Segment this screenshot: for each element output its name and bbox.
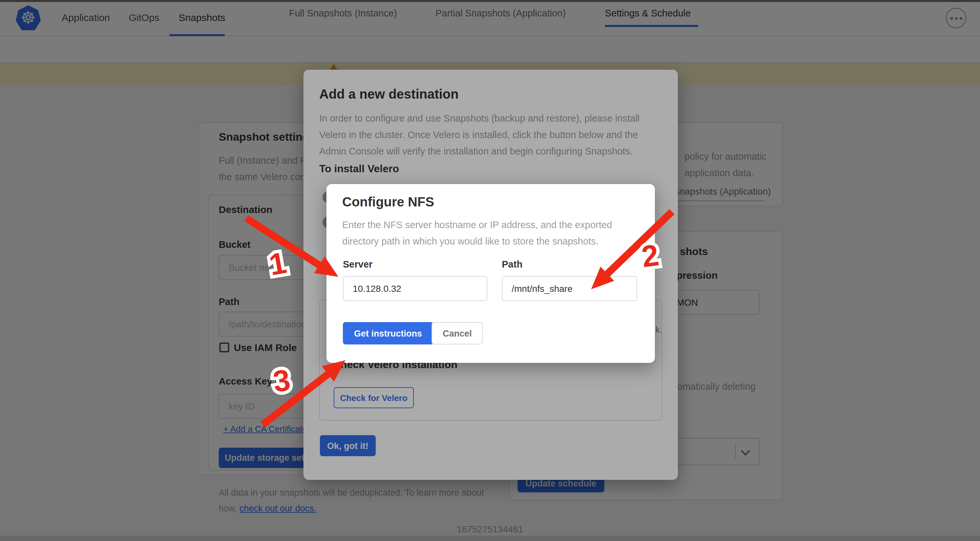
nfs-path-label: Path [502,259,522,270]
admin-console-page: ☸ Application GitOps Snapshots Full Snap… [0,0,980,541]
nfs-path-input[interactable] [502,276,637,301]
get-instructions-button[interactable]: Get instructions [343,322,433,345]
cancel-button[interactable]: Cancel [431,322,483,345]
server-input[interactable] [343,276,487,301]
configure-nfs-title: Configure NFS [342,195,434,210]
configure-nfs-description: Enter the NFS server hostname or IP addr… [342,217,644,250]
server-label: Server [343,259,372,270]
